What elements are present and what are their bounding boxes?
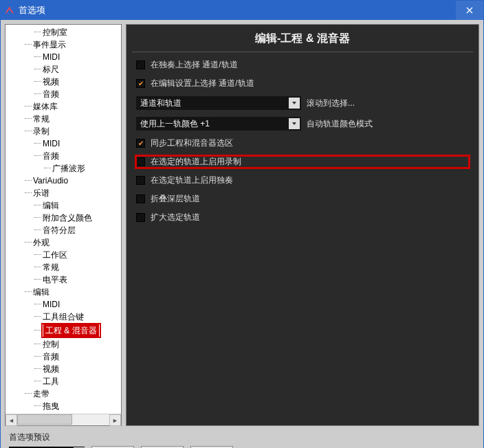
tree-item[interactable]: 乐谱: [6, 187, 121, 199]
tree-connector-icon: [25, 180, 32, 181]
tree-item[interactable]: 音频: [6, 150, 121, 162]
chevron-down-icon[interactable]: [289, 118, 300, 129]
tree-item[interactable]: MIDI: [6, 51, 121, 63]
tree-item[interactable]: 工程 & 混音器: [6, 323, 121, 338]
tree-item[interactable]: 广播波形: [6, 162, 121, 175]
tree-connector-icon: [34, 330, 41, 331]
tree-item-label: 常规: [32, 113, 51, 125]
tree-item[interactable]: VariAudio: [6, 175, 121, 187]
color-mode-dropdown[interactable]: 使用上一轨颜色 +1: [136, 117, 301, 131]
tree-item-label: MIDI: [41, 51, 61, 63]
tree-item-label: 音频: [41, 88, 60, 100]
opt-label: 在选定的轨道上启用录制: [151, 156, 241, 168]
scroll-right-button[interactable]: ►: [109, 414, 121, 426]
tree-item[interactable]: 工具组合键: [6, 311, 121, 323]
opt-enable-solo[interactable]: 在选定轨道上启用独奏: [136, 175, 469, 186]
tree-item-label: 音频: [41, 150, 60, 162]
tree-item[interactable]: 常规: [6, 261, 121, 273]
tree-connector-icon: [34, 205, 41, 205]
tree-connector-icon: [34, 304, 41, 304]
preset-bar: 首选项预设 - 存储 重命名 删除 仅存储标记的首选项: [5, 429, 479, 448]
tree-item[interactable]: 事件显示: [6, 38, 121, 51]
scroll-thumb[interactable]: [17, 414, 72, 425]
tree-item-label: 广播波形: [51, 162, 87, 175]
tree-hscrollbar[interactable]: ◄ ►: [6, 414, 121, 425]
opt-label: 折叠深层轨道: [151, 193, 200, 205]
tree-connector-icon: [34, 405, 41, 406]
tree-item[interactable]: 外观: [6, 236, 121, 249]
tree-item[interactable]: 工具: [6, 375, 121, 388]
tree-item-label: 工具: [41, 375, 60, 388]
split-pane: 控制室事件显示MIDI标尺视频音频媒体库常规录制MIDI音频广播波形VariAu…: [5, 24, 479, 426]
settings-panel: 编辑-工程 & 混音器 在独奏上选择 通道/轨道 在编辑设置上选择 通道/轨道 …: [126, 24, 479, 426]
tree-item[interactable]: 拖曳: [6, 400, 121, 412]
opt-label: 在选定轨道上启用独奏: [151, 175, 233, 186]
checkbox-icon[interactable]: [136, 213, 145, 222]
tree-item[interactable]: 工作区: [6, 249, 121, 261]
titlebar[interactable]: 首选项: [1, 1, 483, 20]
tree-connector-icon: [25, 192, 32, 193]
tree-item[interactable]: 附加含义颜色: [6, 212, 121, 224]
tree-item[interactable]: 音频: [6, 88, 121, 100]
chevron-down-icon[interactable]: [289, 98, 300, 109]
preferences-window: 首选项 控制室事件显示MIDI标尺视频音频媒体库常规录制MIDI音频广播波形Va…: [0, 0, 484, 448]
tree-item-label: 控制: [41, 338, 60, 350]
opt-enlarge-selected[interactable]: 扩大选定轨道: [136, 212, 469, 223]
tree-item[interactable]: 视频: [6, 76, 121, 88]
tree-item-label: 控制室: [41, 26, 69, 38]
tree-connector-icon: [34, 56, 41, 57]
opt-color-mode: 使用上一轨颜色 +1 自动轨道颜色模式: [136, 117, 469, 131]
tree-connector-icon: [34, 229, 41, 230]
tree-item[interactable]: 常规: [6, 113, 121, 125]
scroll-select-dropdown[interactable]: 通道和轨道: [136, 96, 301, 110]
checkbox-icon[interactable]: [136, 194, 145, 203]
tree-item[interactable]: 控制室: [6, 26, 121, 38]
tree-connector-icon: [25, 242, 32, 243]
tree-item[interactable]: 标尺: [6, 63, 121, 76]
opt-edit-select[interactable]: 在编辑设置上选择 通道/轨道: [136, 78, 469, 89]
tree-item[interactable]: 录制: [6, 125, 121, 137]
scroll-left-button[interactable]: ◄: [6, 414, 17, 426]
tree-item-label: 工具组合键: [41, 311, 85, 323]
tree-connector-icon: [34, 143, 41, 144]
opt-fold-tracks[interactable]: 折叠深层轨道: [136, 193, 469, 205]
tree-item[interactable]: 控制: [6, 338, 121, 350]
close-button[interactable]: [456, 1, 483, 20]
tree-item-label: 工作区: [41, 249, 69, 261]
tree-item-label: 标尺: [41, 63, 60, 76]
tree-item[interactable]: 编辑: [6, 199, 121, 212]
tree-item[interactable]: 走带: [6, 388, 121, 400]
checkbox-icon[interactable]: [136, 60, 145, 69]
tree-connector-icon: [34, 316, 41, 317]
opt-label: 在编辑设置上选择 通道/轨道: [151, 78, 254, 89]
tree-item[interactable]: MIDI: [6, 137, 121, 150]
tree-item-label: 附加含义颜色: [41, 212, 94, 224]
opt-sync-selection[interactable]: 同步工程和混音器选区: [136, 137, 469, 149]
checkbox-icon[interactable]: [136, 157, 145, 166]
tree-item-label: 工程 & 混音器: [44, 324, 98, 337]
checkbox-icon[interactable]: [136, 176, 145, 185]
tree-item[interactable]: 音符分层: [6, 224, 121, 236]
opt-scroll-select: 通道和轨道 滚动到选择...: [136, 96, 469, 110]
tree-connector-icon: [34, 381, 41, 381]
tree-item[interactable]: 媒体库: [6, 100, 121, 113]
tree-item[interactable]: 电平表: [6, 273, 121, 286]
tree-scroll[interactable]: 控制室事件显示MIDI标尺视频音频媒体库常规录制MIDI音频广播波形VariAu…: [6, 25, 121, 414]
tree-connector-icon: [34, 368, 41, 369]
tree-item-label: 音符分层: [41, 224, 77, 236]
tree-item[interactable]: 编辑: [6, 286, 121, 298]
scroll-track[interactable]: [17, 414, 109, 425]
tree-item-label: 编辑: [32, 286, 51, 298]
opt-label: 扩大选定轨道: [151, 212, 200, 223]
checkbox-icon[interactable]: [136, 79, 145, 88]
tree-item-label: 视频: [41, 363, 60, 375]
panel-title: 编辑-工程 & 混音器: [132, 25, 473, 52]
opt-solo-select[interactable]: 在独奏上选择 通道/轨道: [136, 59, 469, 71]
opt-enable-record[interactable]: 在选定的轨道上启用录制: [136, 156, 469, 168]
tree-item[interactable]: 音频: [6, 350, 121, 363]
checkbox-icon[interactable]: [136, 139, 145, 148]
window-title: 首选项: [19, 4, 456, 16]
tree-item[interactable]: 视频: [6, 363, 121, 375]
tree-connector-icon: [44, 168, 51, 168]
tree-item[interactable]: MIDI: [6, 298, 121, 311]
